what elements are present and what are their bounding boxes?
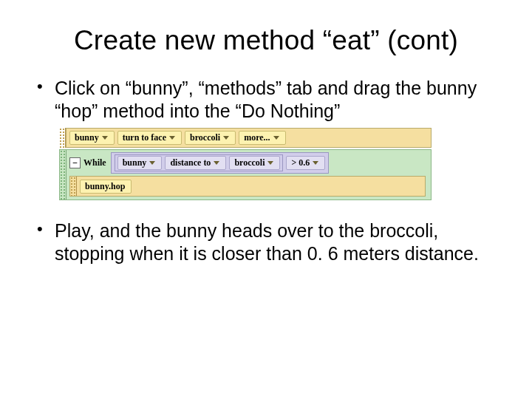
drag-grip-icon[interactable] bbox=[60, 150, 66, 200]
bullet-1: Click on “bunny”, “methods” tab and drag… bbox=[37, 77, 491, 122]
while-block[interactable]: − While bunny distance to bbox=[59, 149, 432, 200]
token-label: broccoli bbox=[234, 157, 265, 168]
bullet-list: Click on “bunny”, “methods” tab and drag… bbox=[33, 77, 499, 122]
distance-expression[interactable]: bunny distance to broccoli bbox=[115, 154, 284, 171]
statement-bunny-hop[interactable]: bunny.hop bbox=[69, 176, 426, 197]
chevron-down-icon bbox=[102, 136, 108, 140]
collapse-toggle[interactable]: − bbox=[69, 157, 81, 168]
token-label: more... bbox=[244, 132, 270, 143]
token-label: distance to bbox=[170, 157, 211, 168]
token-label: bunny bbox=[75, 132, 99, 143]
token-bunny[interactable]: bunny bbox=[117, 156, 163, 170]
while-header: − While bunny distance to bbox=[69, 152, 428, 174]
statement-turn-to-face[interactable]: bunny turn to face broccoli more... bbox=[59, 128, 432, 148]
while-condition[interactable]: bunny distance to broccoli bbox=[111, 152, 330, 174]
chevron-down-icon bbox=[149, 161, 155, 165]
drag-grip-icon[interactable] bbox=[59, 128, 66, 148]
chevron-down-icon bbox=[169, 136, 175, 140]
token-bunny[interactable]: bunny bbox=[69, 131, 115, 145]
token-broccoli[interactable]: broccoli bbox=[229, 156, 280, 170]
drag-grip-icon[interactable] bbox=[70, 177, 77, 196]
while-keyword: While bbox=[83, 157, 108, 168]
chevron-down-icon bbox=[223, 136, 229, 140]
token-broccoli[interactable]: broccoli bbox=[185, 131, 236, 145]
token-more[interactable]: more... bbox=[239, 131, 285, 145]
token-turn-to-face[interactable]: turn to face bbox=[117, 131, 182, 145]
chevron-down-icon bbox=[267, 161, 273, 165]
bullet-list: Play, and the bunny heads over to the br… bbox=[33, 219, 499, 265]
chevron-down-icon bbox=[273, 136, 279, 140]
slide-title: Create new method “eat” (cont) bbox=[33, 25, 499, 56]
token-bunny-hop[interactable]: bunny.hop bbox=[80, 180, 132, 194]
chevron-down-icon bbox=[313, 161, 318, 165]
token-label: broccoli bbox=[190, 132, 220, 143]
token-label: > 0.6 bbox=[291, 157, 310, 168]
chevron-down-icon bbox=[214, 161, 219, 165]
token-label: turn to face bbox=[123, 132, 166, 143]
token-label: bunny bbox=[123, 157, 147, 168]
slide: Create new method “eat” (cont) Click on … bbox=[0, 0, 532, 265]
token-label: bunny.hop bbox=[85, 181, 125, 192]
bullet-2: Play, and the bunny heads over to the br… bbox=[37, 219, 491, 265]
token-comparator[interactable]: > 0.6 bbox=[286, 156, 325, 170]
token-distance-to[interactable]: distance to bbox=[165, 156, 226, 170]
alice-code-block: bunny turn to face broccoli more... bbox=[59, 128, 432, 200]
